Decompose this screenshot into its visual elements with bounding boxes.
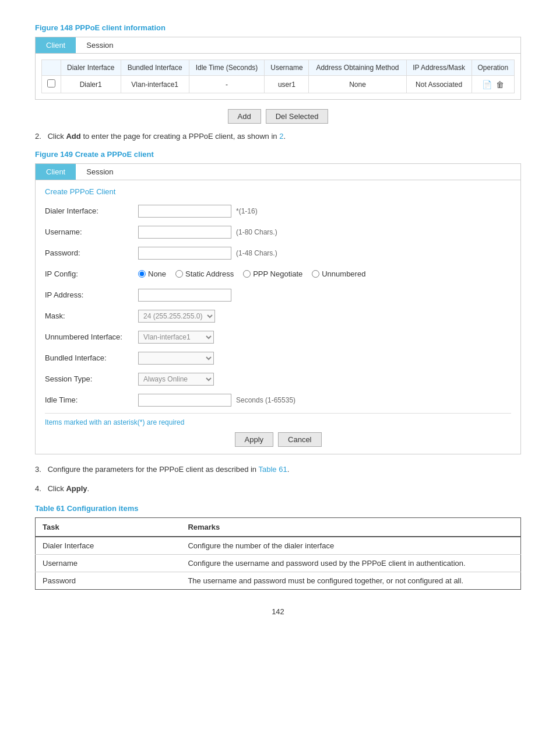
figure-149-title: Figure 149 Create a PPPoE client <box>35 150 521 159</box>
step-3-period: . <box>287 465 290 474</box>
password-input[interactable] <box>138 247 231 260</box>
table-row: Dialer Interface Configure the number of… <box>36 537 521 555</box>
required-note: Items marked with an asterisk(*) are req… <box>45 413 511 426</box>
username-input[interactable] <box>138 226 231 239</box>
delete-icon-button[interactable]: 🗑 <box>495 80 505 89</box>
col-idle: Idle Time (Seconds) <box>189 60 265 76</box>
unnumbered-interface-label: Unnumbered Interface: <box>45 332 138 341</box>
step-3-text: 3. Configure the parameters for the PPPo… <box>35 464 521 476</box>
cell-bundled: Vlan-interface1 <box>121 76 189 93</box>
task-password: Password <box>36 572 181 590</box>
radio-none[interactable]: None <box>138 270 166 278</box>
radio-unnumbered[interactable]: Unnumbered <box>312 270 365 278</box>
cell-dialer: Dialer1 <box>61 76 121 93</box>
del-selected-button[interactable]: Del Selected <box>266 109 329 124</box>
session-type-select[interactable]: Always Online <box>138 373 214 386</box>
edit-icon-button[interactable]: 📄 <box>481 80 493 89</box>
pppoe-client-table: Dialer Interface Bundled Interface Idle … <box>41 60 515 93</box>
step-4-apply-bold: Apply <box>66 484 87 493</box>
apply-button[interactable]: Apply <box>235 432 274 447</box>
step-4-num: 4. <box>35 484 41 493</box>
step-2-add-bold: Add <box>66 132 80 141</box>
tab-client-148[interactable]: Client <box>36 37 76 53</box>
mask-select[interactable]: 24 (255.255.255.0) <box>138 310 215 323</box>
step-4-click: Click <box>48 484 64 493</box>
table-row: Dialer1 Vlan-interface1 - user1 None Not… <box>42 76 515 93</box>
step-2-desc: to enter the page for creating a PPPoE c… <box>83 132 277 141</box>
cell-ip-mask: Not Associated <box>406 76 471 93</box>
idle-time-label: Idle Time: <box>45 396 138 404</box>
unnumbered-interface-row: Unnumbered Interface: Vlan-interface1 <box>45 329 511 345</box>
page-number: 142 <box>35 607 521 616</box>
tab-client-149[interactable]: Client <box>36 164 76 180</box>
col-username: Username <box>265 60 309 76</box>
mask-row: Mask: 24 (255.255.255.0) <box>45 308 511 324</box>
tab-session-149[interactable]: Session <box>76 164 124 180</box>
tab-bar-149: Client Session <box>36 164 520 180</box>
task-dialer: Dialer Interface <box>36 537 181 555</box>
idle-time-row: Idle Time: Seconds (1-65535) <box>45 392 511 408</box>
dialer-hint: *(1-16) <box>236 207 258 215</box>
step-3-link[interactable]: Table 61 <box>259 465 287 474</box>
create-pppoe-title: Create PPPoE Client <box>45 187 511 196</box>
cell-idle: - <box>189 76 265 93</box>
mask-label: Mask: <box>45 312 138 320</box>
step-4-text: 4. Click Apply. <box>35 483 521 495</box>
ip-config-radio-group: None Static Address PPP Negotiate Unnumb… <box>138 270 365 278</box>
bundled-interface-select[interactable] <box>138 352 214 365</box>
panel-149: Client Session Create PPPoE Client Diale… <box>35 163 521 454</box>
password-label: Password: <box>45 249 138 257</box>
idle-time-input[interactable] <box>138 394 231 407</box>
table-61-title: Table 61 Configuration items <box>35 504 521 513</box>
radio-static[interactable]: Static Address <box>175 270 234 278</box>
step-2-text: 2. Click Add to enter the page for creat… <box>35 131 521 143</box>
unnumbered-interface-select[interactable]: Vlan-interface1 <box>138 331 214 344</box>
remarks-dialer: Configure the number of the dialer inter… <box>181 537 520 555</box>
col-checkbox <box>42 60 61 76</box>
dialer-interface-input[interactable] <box>138 205 231 218</box>
col-bundled: Bundled Interface <box>121 60 189 76</box>
ip-config-label: IP Config: <box>45 270 138 278</box>
config-table: Task Remarks Dialer Interface Configure … <box>35 517 521 590</box>
step-3-desc: Configure the parameters for the PPPoE c… <box>48 465 256 474</box>
ip-address-label: IP Address: <box>45 290 138 299</box>
dialer-interface-row: Dialer Interface: *(1-16) <box>45 203 511 219</box>
dialer-interface-label: Dialer Interface: <box>45 206 138 215</box>
cell-username: user1 <box>265 76 309 93</box>
remarks-username: Configure the username and password used… <box>181 555 520 572</box>
panel-148: Client Session Dialer Interface Bundled … <box>35 37 521 100</box>
step-2-num: 2. <box>35 132 41 141</box>
table-row: Password The username and password must … <box>36 572 521 590</box>
username-hint: (1-80 Chars.) <box>236 228 277 236</box>
step-3-num: 3. <box>35 465 41 474</box>
row-checkbox[interactable] <box>47 79 55 88</box>
ip-address-row: IP Address: <box>45 287 511 303</box>
task-username: Username <box>36 555 181 572</box>
session-type-row: Session Type: Always Online <box>45 371 511 387</box>
table-row: Username Configure the username and pass… <box>36 555 521 572</box>
config-col-remarks: Remarks <box>181 518 520 537</box>
col-operation: Operation <box>471 60 514 76</box>
step-4-period: . <box>87 484 90 493</box>
idle-time-hint: Seconds (1-65535) <box>236 396 295 404</box>
col-ip-mask: IP Address/Mask <box>406 60 471 76</box>
bundled-interface-row: Bundled Interface: <box>45 350 511 366</box>
add-button[interactable]: Add <box>228 109 261 124</box>
step-2-period: . <box>283 132 286 141</box>
username-label: Username: <box>45 228 138 236</box>
password-row: Password: (1-48 Chars.) <box>45 245 511 261</box>
config-col-task: Task <box>36 518 181 537</box>
cancel-button[interactable]: Cancel <box>278 432 321 447</box>
password-hint: (1-48 Chars.) <box>236 249 277 257</box>
figure-148-title: Figure 148 PPPoE client information <box>35 23 521 32</box>
cell-address-method: None <box>309 76 406 93</box>
col-dialer: Dialer Interface <box>61 60 121 76</box>
ip-address-input[interactable] <box>138 289 231 302</box>
col-address-method: Address Obtaining Method <box>309 60 406 76</box>
remarks-password: The username and password must be config… <box>181 572 520 590</box>
ip-config-row: IP Config: None Static Address PPP Negot… <box>45 266 511 282</box>
username-row: Username: (1-80 Chars.) <box>45 224 511 240</box>
cell-operation: 📄 🗑 <box>471 76 514 93</box>
tab-session-148[interactable]: Session <box>76 37 124 53</box>
radio-ppp[interactable]: PPP Negotiate <box>243 270 302 278</box>
